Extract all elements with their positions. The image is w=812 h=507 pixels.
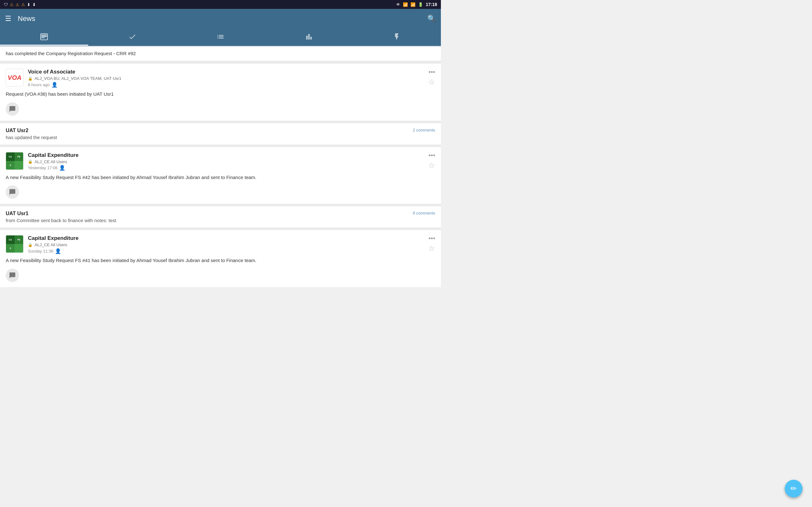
capex-comment-icon-1: [9, 188, 16, 195]
voa-card-header: VOA Voice of Associate 🔒 ALJ_VOA BU, ALJ…: [6, 69, 435, 88]
signal-icon: 📶: [410, 2, 415, 7]
capex-update-user-1: UAT Usr1: [6, 211, 413, 216]
tasks-tab-icon: [128, 33, 136, 41]
voa-comments-count: 2 comments: [413, 128, 435, 132]
tab-flash[interactable]: [353, 29, 441, 46]
capex-card-1-info: Capital Expenditure 🔒 ALJ_CE All Users Y…: [28, 152, 79, 171]
search-button[interactable]: 🔍: [427, 14, 436, 23]
wifi-icon: 📶: [403, 2, 408, 7]
voa-card-time: 8 hours ago 👤: [28, 82, 121, 88]
capex-star-button-1[interactable]: ☆: [428, 161, 435, 170]
flash-tab-icon: [393, 33, 401, 41]
voa-comment-button[interactable]: [6, 102, 19, 116]
capex-card-2-body: A new Feasibility Study Request FS #41 h…: [6, 257, 435, 264]
alert-icon-3: ⚠: [21, 2, 25, 7]
status-bar-icons-left: 🛡 ⚠ ⚠ ⚠ ⬇ ⬇: [4, 2, 36, 7]
capex-star-button-2[interactable]: ☆: [428, 244, 435, 253]
capex-card-1-meta: 🔒 ALJ_CE All Users: [28, 159, 79, 164]
comment-icon: [9, 106, 16, 112]
top-completed-item: has completed the Company Registration R…: [0, 46, 441, 61]
person-icon: 👤: [52, 82, 57, 88]
voa-more-button[interactable]: •••: [428, 69, 435, 75]
alert-icon-2: ⚠: [15, 2, 19, 7]
eye-icon: 👁: [396, 2, 400, 7]
capex-logo-1: CA PE X: [6, 152, 23, 170]
capex-comment-button-2[interactable]: [6, 269, 19, 282]
capex-grid-cell-2-4: [14, 244, 23, 252]
capex-grid-cell-3: X: [6, 161, 14, 170]
capex-card-2-header-left: CA PE X Capital Expenditure 🔒 ALJ_CE All…: [6, 235, 79, 254]
voa-card-audience: ALJ_VOA BU, ALJ_VOA VOA TEAM, UAT Usr1: [35, 76, 121, 81]
capex-update-info-1: UAT Usr1 from Committee sent back to fin…: [6, 211, 413, 223]
capex-card-2-header: CA PE X Capital Expenditure 🔒 ALJ_CE All…: [6, 235, 435, 254]
capex-news-card-1: CA PE X Capital Expenditure 🔒 ALJ_CE All…: [0, 147, 441, 204]
capex-comment-button-1[interactable]: [6, 185, 19, 199]
voa-update-text: has updated the request: [6, 135, 413, 140]
capex-logo-grid-2: CA PE X: [6, 235, 23, 252]
capex-comment-icon-2: [9, 272, 16, 279]
voa-update-info: UAT Usr2 has updated the request: [6, 128, 413, 140]
voa-card-header-left: VOA Voice of Associate 🔒 ALJ_VOA BU, ALJ…: [6, 69, 121, 88]
capex-card-2-audience: ALJ_CE All Users: [35, 242, 67, 247]
capex-grid-cell-2-3: X: [6, 244, 14, 252]
lock-icon: 🔒: [28, 76, 33, 81]
capex-card-1-header-left: CA PE X Capital Expenditure 🔒 ALJ_CE All…: [6, 152, 79, 171]
capex-grid-cell-2-1: CA: [6, 235, 14, 244]
tab-chart[interactable]: [264, 29, 353, 46]
voa-card-meta: 🔒 ALJ_VOA BU, ALJ_VOA VOA TEAM, UAT Usr1: [28, 76, 121, 81]
capex-more-button-2[interactable]: •••: [428, 235, 435, 241]
voa-star-button[interactable]: ☆: [428, 78, 435, 87]
app-header: ☰ News 🔍: [0, 9, 441, 29]
voa-card-title: Voice of Associate: [28, 69, 121, 75]
capex-card-2-meta: 🔒 ALJ_CE All Users: [28, 242, 79, 247]
capex-time-text-2: Sunday 11:36: [28, 249, 53, 253]
capex-card-1-body: A new Feasibility Study Request FS #42 h…: [6, 174, 435, 181]
status-time: 17:18: [426, 2, 437, 7]
voa-update-row: UAT Usr2 has updated the request 2 comme…: [0, 123, 441, 145]
capex-grid-cell-1: CA: [6, 153, 14, 161]
alert-icon-1: ⚠: [10, 2, 14, 7]
voa-time-text: 8 hours ago: [28, 82, 50, 87]
capex-time-text-1: Yesterday 17:06: [28, 165, 57, 170]
capex-news-card-2: CA PE X Capital Expenditure 🔒 ALJ_CE All…: [0, 230, 441, 287]
capex-card-1-audience: ALJ_CE All Users: [35, 159, 67, 164]
capex-grid-cell-2: PE: [14, 153, 23, 161]
voa-news-card: VOA Voice of Associate 🔒 ALJ_VOA BU, ALJ…: [0, 64, 441, 121]
voa-update-user: UAT Usr2: [6, 128, 413, 133]
capex-card-1-header-right: ••• ☆: [428, 152, 435, 170]
capex-logo-grid: CA PE X: [6, 153, 23, 170]
capex-update-row-1: UAT Usr1 from Committee sent back to fin…: [0, 206, 441, 228]
capex-card-1-header: CA PE X Capital Expenditure 🔒 ALJ_CE All…: [6, 152, 435, 171]
tab-tasks[interactable]: [88, 29, 176, 46]
tab-list[interactable]: [176, 29, 264, 46]
chart-tab-icon: [305, 33, 313, 41]
capex-card-1-title: Capital Expenditure: [28, 152, 79, 158]
tab-news[interactable]: [0, 29, 88, 46]
capex-person-icon-1: 👤: [59, 165, 65, 171]
list-tab-icon: [216, 33, 224, 41]
capex-more-button-1[interactable]: •••: [428, 152, 435, 158]
content-area: has completed the Company Registration R…: [0, 46, 441, 287]
status-bar-right: 👁 📶 📶 🔋 17:18: [396, 2, 437, 7]
news-tab-icon: [40, 33, 48, 41]
capex-lock-icon-2: 🔒: [28, 243, 33, 247]
shield-icon: 🛡: [4, 2, 8, 7]
capex-card-2-title: Capital Expenditure: [28, 235, 79, 241]
voa-card-info: Voice of Associate 🔒 ALJ_VOA BU, ALJ_VOA…: [28, 69, 121, 88]
status-bar: 🛡 ⚠ ⚠ ⚠ ⬇ ⬇ 👁 📶 📶 🔋 17:18: [0, 0, 441, 9]
capex-grid-cell-4: [14, 161, 23, 170]
download-icon-2: ⬇: [32, 2, 36, 7]
app-header-left: ☰ News: [5, 14, 35, 23]
battery-icon: 🔋: [418, 2, 423, 7]
capex-card-1-time: Yesterday 17:06 👤: [28, 165, 79, 171]
capex-logo-2: CA PE X: [6, 235, 23, 253]
capex-person-icon-2: 👤: [55, 248, 61, 254]
capex-card-2-time: Sunday 11:36 👤: [28, 248, 79, 254]
app-title: News: [18, 14, 35, 23]
top-item-text: has completed the Company Registration R…: [6, 51, 136, 56]
capex-card-2-info: Capital Expenditure 🔒 ALJ_CE All Users S…: [28, 235, 79, 254]
capex-grid-cell-2-2: PE: [14, 235, 23, 244]
hamburger-menu-button[interactable]: ☰: [5, 14, 11, 23]
tab-bar: [0, 29, 441, 46]
download-icon-1: ⬇: [27, 2, 31, 7]
